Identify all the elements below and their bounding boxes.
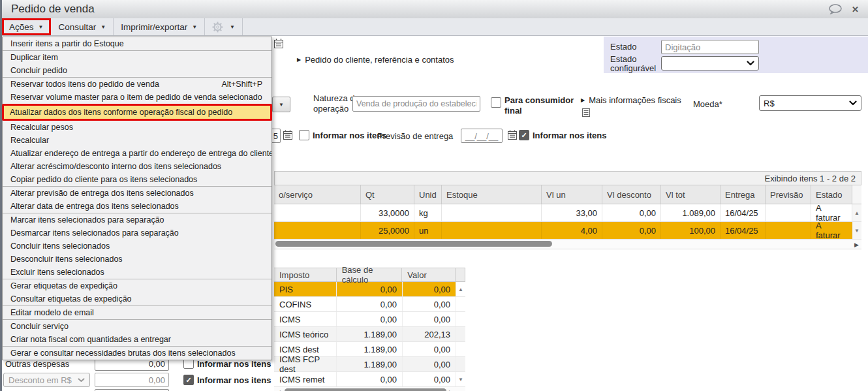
menu-item[interactable]: Gerar e consultar necessidades brutas do…	[3, 347, 271, 360]
acoes-dropdown-menu: Inserir itens a partir do Estoque Duplic…	[2, 37, 272, 360]
menu-item[interactable]: Concluir itens selecionados	[3, 240, 271, 253]
natureza-operacao-field[interactable]	[352, 96, 480, 112]
menu-item[interactable]: Criar nota fiscal com quantidades a entr…	[3, 333, 271, 346]
menu-button-imprimir-exportar[interactable]: Imprimir/exportar ▼	[114, 18, 205, 35]
tax-row[interactable]: COFINS 0,00 0,00	[274, 297, 465, 312]
menu-item[interactable]: Recalcular	[3, 134, 271, 147]
mais-informacoes-fiscais-link[interactable]: ▶ Mais informações fiscais	[581, 95, 681, 105]
menu-item[interactable]: Gerar etiquetas de expedição	[3, 279, 271, 292]
estado-label: Estado	[610, 42, 636, 52]
informar-nos-itens-checkbox-row: ✓ Informar nos itens	[519, 130, 606, 140]
col-previsao[interactable]: Previsão	[766, 185, 811, 204]
table-row[interactable]: 33,0000 kg 33,00 0,00 1.089,00 16/04/25 …	[274, 204, 861, 222]
col-estoque[interactable]: Estoque	[442, 185, 542, 204]
menu-item[interactable]: Reservar volume master para o item de pe…	[3, 91, 271, 104]
previsao-entrega-field[interactable]	[461, 129, 503, 143]
items-horizontal-scrollbar[interactable]: ▶	[274, 240, 861, 249]
col-vl-tot[interactable]: Vl tot	[661, 185, 721, 204]
calendar-icon[interactable]	[508, 130, 517, 140]
menu-item[interactable]: Concluir serviço	[3, 320, 271, 333]
menu-item[interactable]: Atualizar endereço de entrega a partir d…	[3, 147, 271, 160]
tax-row[interactable]: ICMS 0,00 0,00	[274, 312, 465, 327]
menu-button-settings[interactable]: ▼	[205, 18, 243, 35]
document-lines-icon[interactable]	[582, 108, 590, 117]
estado-field[interactable]	[661, 40, 759, 54]
menu-item[interactable]: Duplicar item	[3, 51, 271, 64]
col-entrega[interactable]: Entrega	[721, 185, 766, 204]
menu-button-consultar[interactable]: Consultar ▼	[51, 18, 114, 35]
chevron-down-icon	[78, 378, 85, 383]
informar-nos-itens-checkbox-row: Informar nos itens	[299, 130, 386, 140]
scroll-right-icon[interactable]: ▶	[854, 242, 859, 248]
page-title: Pedido de venda	[2, 3, 95, 16]
chat-icon[interactable]	[828, 4, 843, 14]
menu-item[interactable]: Alterar acréscimo/desconto interno dos i…	[3, 160, 271, 173]
chevron-down-icon: ▼	[101, 24, 106, 30]
scroll-up-icon[interactable]: ▲	[456, 282, 465, 296]
col-imposto[interactable]: Imposto	[274, 268, 337, 281]
menu-item[interactable]: Recalcular pesos	[3, 121, 271, 134]
tax-row[interactable]: ICMS FCP dest 1.189,00 0,00	[274, 357, 465, 372]
menu-item[interactable]: Alterar previsão de entrega dos itens se…	[3, 187, 271, 200]
menu-item[interactable]: Desmarcar itens selecionados para separa…	[3, 227, 271, 240]
menubar: Ações ▼ Consultar ▼ Imprimir/exportar ▼	[2, 18, 868, 36]
informar-checkbox-checked[interactable]: ✓	[183, 375, 194, 385]
chevron-down-icon: ▼	[230, 24, 235, 30]
scrollbar-thumb[interactable]	[285, 388, 446, 391]
chevron-down-icon: ▼	[192, 24, 197, 30]
col-estado[interactable]: Estado	[811, 185, 852, 204]
informar-nos-itens-checkbox-row: ✓ Informar nos itens	[183, 375, 271, 385]
menu-item[interactable]: Copiar pedido do cliente para os itens s…	[3, 173, 271, 186]
estado-panel: Estado Estado configurável	[604, 37, 868, 73]
informar-checkbox-checked[interactable]: ✓	[519, 130, 529, 140]
menu-item[interactable]: Consultar etiquetas de expedição	[3, 292, 271, 305]
menu-item[interactable]: Editar modelo de email	[3, 306, 271, 319]
col-qt[interactable]: Qt	[361, 185, 414, 204]
desconto-field[interactable]	[95, 373, 169, 387]
disclosure-icon: ▶	[581, 97, 585, 103]
col-vl-un[interactable]: Vl un	[542, 185, 602, 204]
scroll-down-icon[interactable]: ▼	[456, 372, 465, 386]
titlebar: Pedido de venda ✕	[2, 0, 868, 19]
tax-row-selected[interactable]: PIS 0,00 0,00 ▲	[274, 282, 465, 297]
col-base-calculo[interactable]: Base de cálculo	[337, 268, 403, 281]
desconto-select-disabled[interactable]: Desconto em R$	[3, 373, 90, 387]
chevron-down-icon: ▼	[39, 24, 44, 30]
section-pedido-cliente[interactable]: ▶ Pedido do cliente, referência e contat…	[297, 55, 454, 65]
menu-item-highlighted[interactable]: Atualizar dados dos itens conforme opera…	[2, 104, 272, 121]
estado-configuravel-label: Estado configurável	[610, 55, 661, 73]
menu-button-acoes[interactable]: Ações ▼	[2, 18, 51, 35]
col-produto-servico[interactable]: o/serviço	[274, 185, 361, 204]
para-consumidor-final-checkbox[interactable]	[491, 97, 501, 108]
menu-item[interactable]: Inserir itens a partir do Estoque	[3, 37, 271, 50]
scroll-down-icon[interactable]: ▼	[852, 222, 861, 239]
menu-item[interactable]: Concluir pedido	[3, 64, 271, 77]
tax-row[interactable]: ICMS remet 0,00 0,00 ▼	[274, 372, 465, 387]
tax-row[interactable]: ICMS teórico 1.189,00 202,13	[274, 327, 465, 342]
moeda-label: Moeda*	[693, 99, 722, 109]
taxes-table-header: Imposto Base de cálculo Valor	[274, 268, 465, 282]
informar-checkbox-unchecked[interactable]	[299, 130, 309, 140]
taxes-table: Imposto Base de cálculo Valor PIS 0,00 0…	[274, 268, 465, 391]
moeda-select[interactable]: R$	[759, 95, 861, 111]
combobox-arrow-fragment[interactable]: ▼	[272, 97, 290, 112]
scrollbar-thumb[interactable]	[275, 241, 552, 247]
col-valor[interactable]: Valor	[402, 268, 456, 281]
menu-item[interactable]: Alterar data de entrega dos itens seleci…	[3, 200, 271, 213]
menu-item[interactable]: Marcar itens selecionados para separação	[3, 213, 271, 227]
sales-order-window: Pedido de venda ✕ Ações ▼ Consultar ▼ Im…	[0, 0, 868, 391]
para-consumidor-final-checkbox-row: Para consumidor final	[491, 95, 578, 116]
items-count-status: Exibindo itens 1 - 2 de 2	[274, 171, 861, 185]
scroll-up-icon[interactable]: ▲	[852, 204, 861, 221]
menu-item[interactable]: Desconcluir itens selecionados	[3, 253, 271, 266]
col-vl-desconto[interactable]: Vl desconto	[602, 185, 661, 204]
menu-item[interactable]: Excluir itens selecionados	[3, 266, 271, 279]
table-row-selected[interactable]: 25,0000 un 4,00 0,00 100,00 16/04/25 A f…	[274, 222, 861, 240]
calendar-icon[interactable]	[283, 130, 292, 140]
menu-item[interactable]: Reservar todos itens do pedido de venda …	[3, 78, 271, 91]
taxes-horizontal-scrollbar[interactable]: ◀ ▶	[274, 387, 465, 391]
calendar-icon[interactable]	[274, 39, 283, 48]
close-icon[interactable]: ✕	[852, 5, 859, 14]
col-unid[interactable]: Unid	[414, 185, 442, 204]
estado-configuravel-select[interactable]	[661, 56, 759, 70]
